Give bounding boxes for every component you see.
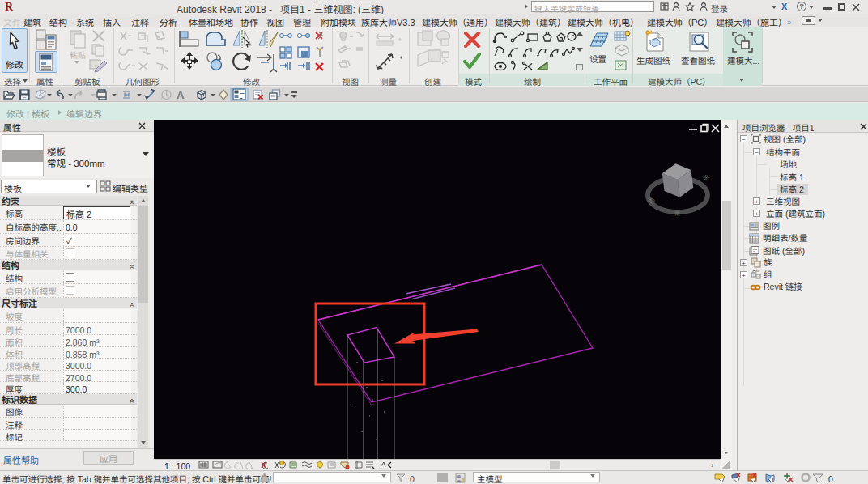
svg-text:A: A bbox=[177, 89, 185, 101]
svg-text:南: 南 bbox=[674, 209, 680, 217]
